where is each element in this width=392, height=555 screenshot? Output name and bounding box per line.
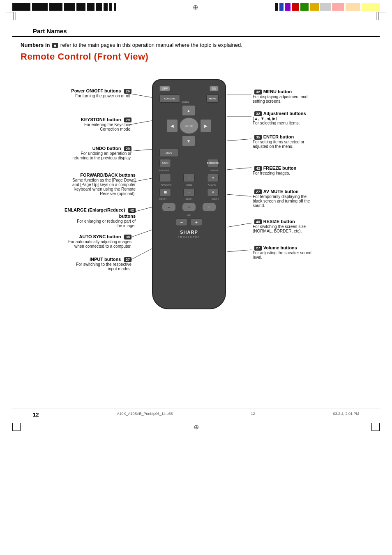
enlarge-label-title: ENLARGE (Enlarge/Reduce)	[65, 207, 125, 212]
remote-undo-btn[interactable]: UNDO	[159, 149, 178, 157]
remote-keystone-btn[interactable]: KEYSTONE	[159, 94, 180, 103]
avmute-label-title: AV MUTE button	[263, 189, 299, 194]
remote-sync-resize-mute-labels: AUTO SYNC RESIZE AV MUTE	[157, 184, 221, 187]
adjustment-label-desc: For selecting menu items.	[253, 121, 360, 125]
undo-page-badge: 29	[124, 146, 131, 151]
avmute-label-desc: For temporarily displaying theblack scre…	[253, 194, 362, 208]
remote-input2-btn[interactable]: 📺	[182, 203, 196, 212]
remote-on-btn[interactable]: ON	[210, 86, 219, 91]
remote-enter-btn[interactable]: ENTER	[180, 117, 198, 134]
volume-label-desc: For adjusting the speaker soundlevel.	[253, 251, 360, 260]
page-number: 12	[33, 412, 39, 418]
remote-brand: SHARP	[180, 230, 198, 235]
remote-input3-btn[interactable]: 📻	[202, 203, 216, 212]
volume-page-badge: 27	[254, 246, 262, 251]
remote-vol-plus-btn[interactable]: +	[191, 219, 202, 226]
footer-center: 12	[251, 412, 255, 418]
power-page-badge: 26	[124, 89, 131, 94]
color-gradient-bar	[275, 3, 380, 11]
menu-page-badge: 32	[254, 90, 262, 94]
remote-freeze-btn[interactable]: ❄	[207, 174, 219, 182]
remote-forward-btn[interactable]: FORWARD	[207, 159, 219, 167]
remote-input-labels: INPUT 1 INPUT 2 INPUT 3	[157, 198, 221, 201]
svg-line-5	[130, 229, 154, 237]
menu-label-desc: For displaying adjustment andsetting scr…	[253, 94, 360, 104]
keystone-label: KEYSTONE button 29 For entering the Keys…	[25, 116, 131, 131]
remote-right-btn[interactable]: ▶	[200, 119, 212, 132]
avmute-page-badge: 27	[254, 189, 262, 194]
enter-label: 35 ENTER button For setting items select…	[253, 134, 360, 149]
power-label-title: Power ON/OFF buttons	[71, 88, 121, 93]
volume-label: 27 Volume buttons For adjusting the spea…	[253, 244, 360, 260]
freeze-label: 42 FREEZE button For freezing images.	[253, 165, 360, 175]
remote-power-row: OFF ON	[157, 85, 221, 92]
intro-bold: Numbers in	[21, 42, 50, 48]
menu-label-title: MENU button	[263, 89, 292, 94]
remote-back-forward-row: BACK FORWARD	[157, 159, 221, 168]
remote-enlarge-freeze-row: ENLARGE FREEZE	[157, 169, 221, 172]
svg-line-10	[227, 168, 251, 170]
input-label-desc: For switching to the respectiveinput mod…	[25, 262, 131, 271]
volume-label-title: Volume buttons	[263, 245, 297, 250]
enlarge-page-badge: 42	[128, 208, 136, 213]
registration-marks	[0, 12, 392, 20]
remote-back-btn[interactable]: BACK	[159, 159, 171, 167]
diagram-area: OFF ON KEYSTONE MENU ▲ ▼ ◀ ▶ ENTER ENTER	[12, 67, 380, 404]
remote-avmute-btn[interactable]: ⊗	[207, 188, 219, 196]
remote-down-btn[interactable]: ▼	[182, 136, 195, 146]
remote-vol-row: − +	[176, 219, 202, 226]
forwardback-label-title: FORWARD/BACK buttons	[80, 173, 136, 177]
remote-up-btn[interactable]: ▲	[182, 105, 195, 116]
resize-label-title: RESIZE button	[263, 219, 295, 224]
remote-input1-btn[interactable]: 📷	[162, 203, 176, 212]
svg-line-0	[130, 94, 154, 98]
menu-label: 32 MENU button For displaying adjustment…	[253, 88, 360, 104]
remote-vol-label: VOL	[187, 214, 191, 216]
svg-line-11	[227, 194, 251, 196]
remote-left-btn[interactable]: ◀	[166, 119, 178, 132]
power-label: Power ON/OFF buttons 26 For turning the …	[25, 88, 131, 98]
remote-menu-btn[interactable]: MENU	[206, 94, 219, 103]
remote-off-btn[interactable]: OFF	[159, 86, 170, 91]
forwardback-label-desc: Same function as the [Page Down]and [Pag…	[25, 178, 136, 196]
remote-enlarge-plus-btn[interactable]: +	[183, 174, 195, 182]
resize-label-desc: For switching the screen size(NORMAL, BO…	[253, 224, 360, 233]
remote-undo-row: UNDO	[157, 148, 221, 157]
enlarge-label: ENLARGE (Enlarge/Reduce) 42 buttons For …	[25, 207, 136, 228]
freeze-label-title: FREEZE button	[263, 166, 297, 170]
freeze-label-desc: For freezing images.	[253, 171, 360, 175]
forwardback-label: FORWARD/BACK buttons Same function as th…	[25, 172, 136, 196]
remote-dpad-area: ▲ ▼ ◀ ▶ ENTER ENTER	[166, 105, 212, 146]
autosync-label-title: AUTO SYNC button	[79, 234, 121, 239]
keystone-label-desc: For entering the KeystoneCorrection mode…	[25, 122, 131, 131]
undo-label-desc: For undoing an operation orreturning to …	[25, 151, 131, 160]
svg-line-13	[227, 250, 251, 252]
section-header: Part Names	[12, 20, 380, 37]
bottom-crosshair: ⊕	[194, 423, 199, 431]
enter-label-title: ENTER button	[263, 134, 294, 139]
center-crosshair: ⊕	[193, 3, 198, 11]
svg-line-2	[130, 149, 154, 151]
input-page-badge: 27	[124, 257, 131, 262]
remote-input-btns: 📷 📺 📻	[157, 202, 221, 212]
remote-resize-btn[interactable]: ▭	[183, 188, 195, 196]
reg-mark-br	[371, 423, 380, 431]
remote-keystone-menu-row: KEYSTONE MENU	[157, 94, 221, 103]
remote-vol-minus-btn[interactable]: −	[176, 219, 187, 226]
keystone-label-title: KEYSTONE button	[81, 117, 121, 122]
adjustment-label-title: Adjustment buttons	[263, 111, 306, 116]
input-label-title: INPUT buttons	[90, 257, 121, 262]
footer-right: 03.2.4, 2:01 PM	[333, 412, 359, 418]
enlarge-label-desc: For enlarging or reducing part ofthe ima…	[25, 219, 136, 228]
reg-mark-tr	[378, 12, 386, 20]
power-label-desc: For turning the power on or off.	[25, 94, 131, 98]
adjustment-label: 32 Adjustment buttons (▲, ▼, ◀, ▶) For s…	[253, 110, 360, 125]
part-names-title: Part Names	[33, 28, 67, 35]
remote-enlarge-minus-btn[interactable]: −	[159, 174, 171, 182]
autosync-page-badge: 38	[124, 235, 131, 240]
footer-left: A10X_A10S#E_Print#p06_14.p65	[117, 412, 173, 418]
input-label: INPUT buttons 27 For switching to the re…	[25, 256, 131, 271]
remote-autosync-btn[interactable]: ⬜	[159, 188, 171, 196]
autosync-label: AUTO SYNC button 38 For automatically ad…	[25, 233, 131, 249]
avmute-label: 27 AV MUTE button For temporarily displa…	[253, 188, 362, 208]
